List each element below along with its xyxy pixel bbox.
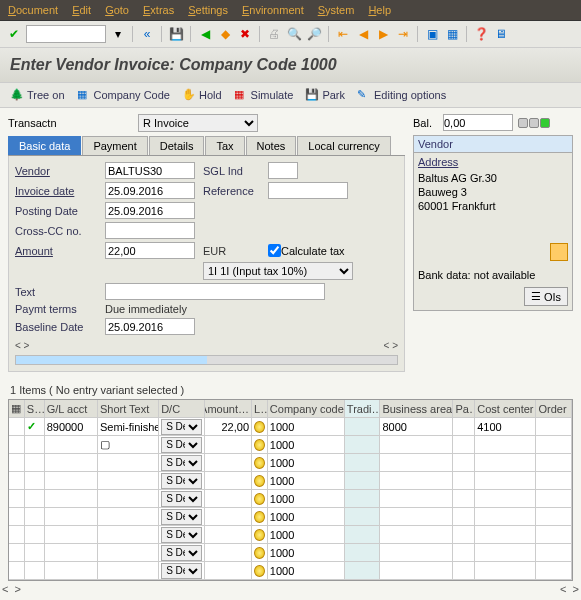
tab-notes[interactable]: Notes bbox=[246, 136, 297, 155]
reference-field[interactable] bbox=[268, 182, 348, 199]
scroll-left-icon[interactable]: < > bbox=[15, 340, 29, 351]
cross-cc-field[interactable] bbox=[105, 222, 195, 239]
layout-icon[interactable]: ▦ bbox=[444, 26, 460, 42]
tab-details[interactable]: Details bbox=[149, 136, 205, 155]
first-page-icon[interactable]: ⇤ bbox=[335, 26, 351, 42]
invoice-date-field[interactable] bbox=[105, 182, 195, 199]
menu-document[interactable]: Document bbox=[8, 4, 58, 16]
menu-goto[interactable]: Goto bbox=[105, 4, 129, 16]
customize-icon[interactable]: 🖥 bbox=[493, 26, 509, 42]
col-status[interactable]: S… bbox=[25, 400, 45, 417]
lightbulb-icon[interactable] bbox=[254, 439, 265, 451]
company-code-field[interactable] bbox=[270, 473, 342, 488]
table-row[interactable]: S De… bbox=[9, 454, 572, 472]
col-amount[interactable]: Amount… bbox=[205, 400, 252, 417]
sgl-field[interactable] bbox=[268, 162, 298, 179]
tab-local-currency[interactable]: Local currency bbox=[297, 136, 391, 155]
table-row[interactable]: ▢S De… bbox=[9, 436, 572, 454]
gl-account-field[interactable] bbox=[47, 491, 95, 506]
col-gl-account[interactable]: G/L acct bbox=[45, 400, 98, 417]
col-short-text[interactable]: Short Text bbox=[98, 400, 159, 417]
menu-settings[interactable]: Settings bbox=[188, 4, 228, 16]
new-session-icon[interactable]: ▣ bbox=[424, 26, 440, 42]
debit-credit-select[interactable]: S De… bbox=[161, 527, 201, 543]
tab-basic-data[interactable]: Basic data bbox=[8, 136, 81, 155]
table-row[interactable]: S De… bbox=[9, 508, 572, 526]
col-debit-credit[interactable]: D/C bbox=[159, 400, 204, 417]
gl-account-field[interactable] bbox=[47, 473, 95, 488]
vendor-field[interactable] bbox=[105, 162, 195, 179]
editing-options-button[interactable]: ✎Editing options bbox=[357, 88, 446, 102]
debit-credit-select[interactable]: S De… bbox=[161, 419, 201, 435]
lightbulb-icon[interactable] bbox=[254, 457, 265, 469]
grid-horizontal-scroll[interactable]: < > < > bbox=[0, 581, 581, 597]
col-line-type[interactable]: L… bbox=[252, 400, 268, 417]
gl-account-field[interactable] bbox=[47, 437, 95, 452]
company-code-field[interactable] bbox=[270, 455, 342, 470]
company-code-field[interactable] bbox=[270, 437, 342, 452]
form-scrollbar[interactable] bbox=[15, 355, 398, 365]
menu-help[interactable]: Help bbox=[368, 4, 391, 16]
invoice-date-label[interactable]: Invoice date bbox=[15, 185, 105, 197]
calculate-tax-checkbox[interactable] bbox=[268, 244, 281, 257]
amount-label[interactable]: Amount bbox=[15, 245, 105, 257]
gl-account-field[interactable] bbox=[47, 563, 95, 578]
debit-credit-select[interactable]: S De… bbox=[161, 563, 201, 579]
company-code-field[interactable] bbox=[270, 509, 342, 524]
debit-credit-select[interactable]: S De… bbox=[161, 491, 201, 507]
menu-system[interactable]: System bbox=[318, 4, 355, 16]
table-row[interactable]: S De… bbox=[9, 490, 572, 508]
f4-icon[interactable]: ▢ bbox=[100, 438, 110, 451]
col-company-code[interactable]: Company code bbox=[268, 400, 345, 417]
debit-credit-select[interactable]: S De… bbox=[161, 437, 201, 453]
menu-environment[interactable]: Environment bbox=[242, 4, 304, 16]
exit-icon[interactable]: ◆ bbox=[217, 26, 233, 42]
ois-button[interactable]: ☰OIs bbox=[524, 287, 568, 306]
back-icon[interactable]: « bbox=[139, 26, 155, 42]
lightbulb-icon[interactable] bbox=[254, 493, 265, 505]
tree-on-button[interactable]: 🌲Tree on bbox=[10, 88, 65, 102]
company-code-field[interactable] bbox=[270, 419, 342, 434]
col-partner[interactable]: Pa… bbox=[453, 400, 475, 417]
back-green-icon[interactable]: ◀ bbox=[197, 26, 213, 42]
gl-account-field[interactable] bbox=[47, 419, 95, 434]
tax-code-select[interactable]: 1I 1I (Input tax 10%) bbox=[203, 262, 353, 280]
debit-credit-select[interactable]: S De… bbox=[161, 509, 201, 525]
print-icon[interactable]: 🖨 bbox=[266, 26, 282, 42]
command-field[interactable] bbox=[26, 25, 106, 43]
scroll-right-icon[interactable]: < > bbox=[384, 340, 398, 351]
last-page-icon[interactable]: ⇥ bbox=[395, 26, 411, 42]
lightbulb-icon[interactable] bbox=[254, 529, 265, 541]
vendor-label[interactable]: Vendor bbox=[15, 165, 105, 177]
gl-account-field[interactable] bbox=[47, 527, 95, 542]
company-code-field[interactable] bbox=[270, 491, 342, 506]
company-code-button[interactable]: ▦Company Code bbox=[77, 88, 170, 102]
lightbulb-icon[interactable] bbox=[254, 511, 265, 523]
debit-credit-select[interactable]: S De… bbox=[161, 473, 201, 489]
table-row[interactable]: S De… bbox=[9, 472, 572, 490]
company-code-field[interactable] bbox=[270, 545, 342, 560]
table-row[interactable]: ✓Semi-finishe…S De…22,0080004100 bbox=[9, 418, 572, 436]
dropdown-icon[interactable]: ▾ bbox=[110, 26, 126, 42]
col-cost-center[interactable]: Cost center bbox=[475, 400, 536, 417]
col-order[interactable]: Order bbox=[536, 400, 572, 417]
hold-button[interactable]: ✋Hold bbox=[182, 88, 222, 102]
vendor-detail-icon[interactable] bbox=[550, 243, 568, 261]
debit-credit-select[interactable]: S De… bbox=[161, 455, 201, 471]
next-page-icon[interactable]: ▶ bbox=[375, 26, 391, 42]
gl-account-field[interactable] bbox=[47, 455, 95, 470]
help-icon[interactable]: ❓ bbox=[473, 26, 489, 42]
save-icon[interactable]: 💾 bbox=[168, 26, 184, 42]
col-business-area[interactable]: Business area bbox=[380, 400, 453, 417]
menu-edit[interactable]: Edit bbox=[72, 4, 91, 16]
text-field[interactable] bbox=[105, 283, 325, 300]
transaction-select[interactable]: R Invoice bbox=[138, 114, 258, 132]
prev-page-icon[interactable]: ◀ bbox=[355, 26, 371, 42]
simulate-button[interactable]: ▦Simulate bbox=[234, 88, 294, 102]
lightbulb-icon[interactable] bbox=[254, 475, 265, 487]
table-row[interactable]: S De… bbox=[9, 544, 572, 562]
tab-payment[interactable]: Payment bbox=[82, 136, 147, 155]
table-row[interactable]: S De… bbox=[9, 562, 572, 580]
col-trading[interactable]: Tradi… bbox=[345, 400, 381, 417]
baseline-date-field[interactable] bbox=[105, 318, 195, 335]
